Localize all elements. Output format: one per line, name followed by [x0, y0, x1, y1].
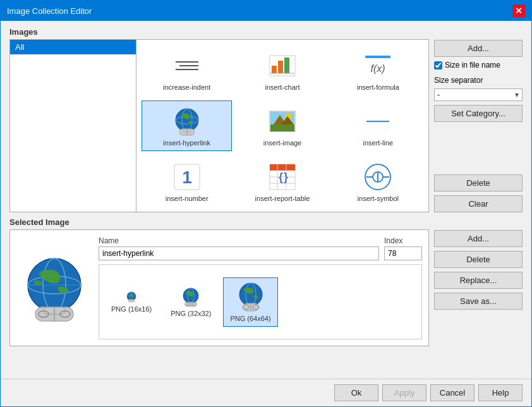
- dialog-body: Images All: [1, 21, 531, 379]
- images-content: All: [9, 39, 429, 212]
- name-field-label: Name: [99, 236, 379, 245]
- insert-image-label: insert-image: [263, 139, 302, 147]
- image-cell-insert-image[interactable]: insert-image: [237, 100, 327, 151]
- thumb-32-label: PNG (32x32): [171, 310, 211, 317]
- clear-button[interactable]: Clear: [434, 195, 523, 212]
- name-input[interactable]: [99, 246, 379, 260]
- increase-indent-icon: [172, 51, 202, 81]
- top-section: Images All: [9, 27, 523, 212]
- insert-symbol-label: insert-symbol: [358, 195, 399, 202]
- title-bar: Image Collection Editor ✕: [1, 1, 531, 21]
- selected-image-content: Name Index: [9, 229, 429, 346]
- dialog-title: Image Collection Editor: [7, 6, 92, 16]
- svg-rect-4: [272, 66, 277, 73]
- footer: Ok Apply Cancel Help: [1, 379, 531, 406]
- replace-button[interactable]: Replace...: [434, 272, 523, 289]
- bottom-section: Selected Image: [9, 217, 523, 346]
- svg-rect-27: [270, 164, 295, 171]
- selected-image-preview: [16, 236, 92, 339]
- delete-button-bottom[interactable]: Delete: [434, 251, 523, 268]
- index-field-label: Index: [384, 236, 422, 245]
- size-in-file-name-label[interactable]: Size in file name: [434, 61, 523, 70]
- selected-image-details: Name Index: [99, 236, 422, 339]
- thumbnails-row: PNG (16x16): [99, 264, 422, 339]
- svg-rect-8: [365, 56, 390, 58]
- insert-line-icon: [363, 106, 393, 137]
- cancel-button[interactable]: Cancel: [430, 384, 475, 401]
- images-grid-container[interactable]: increase-indent: [136, 40, 428, 212]
- size-separator-select[interactable]: - _ (space): [434, 88, 523, 101]
- category-list: All: [10, 40, 136, 212]
- svg-rect-20: [270, 125, 294, 131]
- size-separator-wrapper: - _ (space): [434, 88, 523, 101]
- insert-hyperlink-label: insert-hyperlink: [163, 139, 210, 147]
- thumb-64-label: PNG (64x64): [230, 315, 270, 322]
- category-item-all[interactable]: All: [10, 40, 136, 54]
- image-cell-insert-formula[interactable]: f(x) insert-formula: [333, 45, 423, 95]
- add-button-top[interactable]: Add...: [434, 40, 523, 57]
- svg-text:}: }: [284, 171, 288, 183]
- svg-point-10: [176, 109, 198, 131]
- image-cell-insert-report-table[interactable]: { } insert-report-table: [237, 156, 327, 207]
- selected-image-label: Selected Image: [9, 217, 429, 227]
- insert-chart-icon: [267, 51, 298, 81]
- selected-image-section: Selected Image: [9, 217, 429, 346]
- insert-line-label: insert-line: [363, 139, 393, 147]
- image-cell-insert-hyperlink[interactable]: insert-hyperlink: [142, 100, 232, 151]
- image-cell-insert-chart[interactable]: insert-chart: [237, 45, 327, 95]
- svg-text:f(x): f(x): [371, 63, 385, 74]
- thumbnail-item-16[interactable]: PNG (16x16): [104, 287, 159, 317]
- images-grid: increase-indent: [142, 45, 423, 207]
- image-cell-insert-line[interactable]: insert-line: [333, 100, 423, 151]
- apply-button[interactable]: Apply: [382, 384, 426, 401]
- set-category-button[interactable]: Set Category...: [434, 105, 523, 122]
- ok-button[interactable]: Ok: [334, 384, 378, 401]
- images-label: Images: [9, 27, 429, 37]
- name-index-row: Name Index: [99, 236, 422, 260]
- insert-symbol-icon: [363, 162, 393, 192]
- index-input[interactable]: [384, 246, 422, 260]
- insert-formula-label: insert-formula: [357, 83, 399, 91]
- insert-report-table-icon: { }: [267, 162, 298, 192]
- insert-report-table-label: insert-report-table: [255, 195, 310, 202]
- right-panel-top: Add... Size in file name Size separator …: [434, 27, 523, 212]
- size-in-file-name-checkbox[interactable]: [434, 61, 442, 70]
- size-separator-label: Size separator: [434, 76, 523, 85]
- add-button-bottom[interactable]: Add...: [434, 230, 523, 247]
- insert-image-icon: [267, 106, 298, 137]
- svg-text:{: {: [279, 171, 283, 183]
- thumbnail-item-32[interactable]: PNG (32x32): [164, 282, 218, 322]
- svg-rect-6: [284, 58, 289, 73]
- image-cell-increase-indent[interactable]: increase-indent: [142, 45, 232, 95]
- index-field-group: Index: [384, 236, 422, 260]
- svg-rect-5: [278, 61, 283, 73]
- insert-chart-label: insert-chart: [265, 83, 299, 91]
- svg-text:1: 1: [182, 167, 192, 187]
- dialog: Image Collection Editor ✕ Images All: [0, 0, 532, 407]
- delete-button-top[interactable]: Delete: [434, 174, 523, 191]
- insert-number-label: insert-number: [166, 195, 209, 202]
- insert-formula-icon: f(x): [363, 51, 393, 81]
- thumb-16-icon: [126, 291, 137, 303]
- thumb-32-icon: [181, 287, 201, 307]
- large-preview-icon: [20, 253, 89, 323]
- increase-indent-label: increase-indent: [163, 83, 210, 91]
- save-as-button[interactable]: Save as...: [434, 293, 523, 310]
- right-panel-bottom: Add... Delete Replace... Save as...: [434, 217, 523, 346]
- thumbnail-item-64[interactable]: PNG (64x64): [223, 277, 277, 327]
- thumb-64-icon: [236, 282, 266, 312]
- svg-rect-50: [128, 300, 135, 302]
- images-section: Images All: [9, 27, 429, 212]
- insert-number-icon: 1: [172, 162, 202, 192]
- image-cell-insert-symbol[interactable]: insert-symbol: [333, 156, 423, 207]
- svg-point-57: [239, 283, 262, 306]
- thumb-16-label: PNG (16x16): [111, 305, 152, 313]
- name-field-group: Name: [99, 236, 379, 260]
- insert-hyperlink-icon: [172, 106, 202, 137]
- close-button[interactable]: ✕: [512, 4, 525, 17]
- image-cell-insert-number[interactable]: 1 insert-number: [142, 156, 232, 207]
- help-button[interactable]: Help: [478, 384, 523, 401]
